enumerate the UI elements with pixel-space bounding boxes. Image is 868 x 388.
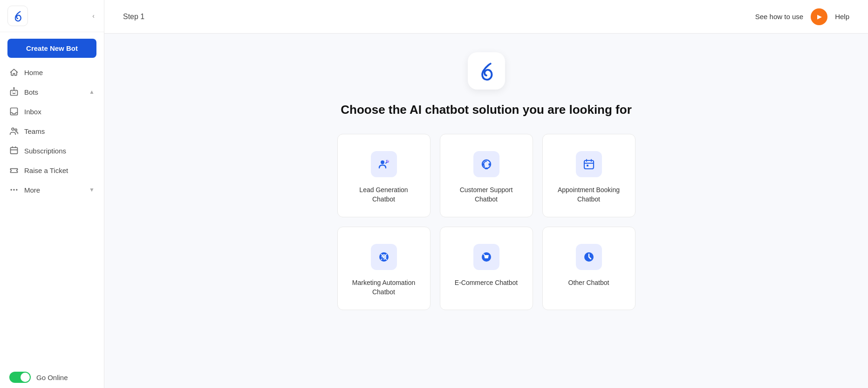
svg-point-4 [15,129,17,131]
svg-point-22 [588,254,589,255]
subscriptions-label: Subscriptions [24,147,95,155]
topbar-right: See how to use Help [755,8,849,25]
svg-rect-5 [11,147,18,153]
more-label: More [24,186,83,194]
sidebar-item-more[interactable]: More ▼ [0,180,104,200]
bots-label: Bots [24,88,83,96]
ecommerce-card[interactable]: E-Commerce Chatbot [440,227,533,310]
main-panel: Step 1 See how to use Help Choose the AI… [104,0,868,388]
help-text: Help [835,13,849,21]
raise-ticket-label: Raise a Ticket [24,166,95,174]
svg-point-20 [487,259,488,261]
inbox-icon [9,107,19,116]
teams-icon [9,126,19,136]
home-label: Home [24,69,95,76]
go-online-label: Go Online [36,374,68,381]
marketing-icon [377,250,390,263]
lead-gen-icon-box [371,151,397,177]
appointment-icon [582,158,595,171]
logo-icon [12,10,24,22]
bots-arrow-icon: ▲ [89,89,95,95]
logo [7,6,28,26]
see-how-text: See how to use [755,13,803,21]
brand-logo-icon [476,61,497,81]
svg-point-6 [11,189,12,190]
ecommerce-icon-box [473,244,499,270]
marketing-label: Marketing AutomationChatbot [352,278,415,297]
marketing-icon-box [371,244,397,270]
lead-gen-label: Lead GenerationChatbot [359,186,408,204]
brand-icon-box [468,52,505,90]
svg-point-8 [16,189,17,190]
go-online-toggle[interactable] [9,372,31,383]
svg-point-1 [14,88,14,89]
svg-rect-13 [488,163,490,166]
sidebar-item-home[interactable]: Home [0,62,104,82]
ecommerce-icon [480,250,493,263]
svg-rect-15 [587,165,588,166]
appointment-icon-box [576,151,602,177]
marketing-card[interactable]: Marketing AutomationChatbot [337,227,431,310]
svg-rect-12 [483,163,485,166]
svg-point-19 [485,259,486,261]
sidebar-item-teams[interactable]: Teams [0,121,104,141]
topbar: Step 1 See how to use Help [104,0,868,34]
lead-gen-card[interactable]: Lead GenerationChatbot [337,134,431,217]
other-icon [582,250,595,263]
collapse-button[interactable]: ‹ [90,10,96,21]
play-button[interactable] [811,8,827,25]
sidebar: ‹ Create New Bot Home Bots ▲ Inbox Teams… [0,0,104,388]
svg-point-7 [13,189,14,190]
more-icon [9,185,19,194]
content-area: Choose the AI chatbot solution you are l… [104,34,868,388]
appointment-card[interactable]: Appointment BookingChatbot [542,134,636,217]
more-arrow-icon: ▼ [89,187,95,193]
subscriptions-icon [9,146,19,155]
appointment-label: Appointment BookingChatbot [558,186,620,204]
customer-support-icon-box [473,151,499,177]
sidebar-item-subscriptions[interactable]: Subscriptions [0,141,104,160]
go-online-row: Go Online [0,367,104,388]
sidebar-item-bots[interactable]: Bots ▲ [0,82,104,102]
sidebar-item-raise-ticket[interactable]: Raise a Ticket [0,160,104,180]
other-card[interactable]: Other Chatbot [542,227,636,310]
ticket-icon [9,166,19,175]
lead-gen-icon [377,158,390,171]
customer-support-label: Customer SupportChatbot [460,186,513,204]
main-title: Choose the AI chatbot solution you are l… [341,103,632,117]
inbox-label: Inbox [24,108,95,116]
svg-rect-0 [11,90,18,96]
sidebar-item-inbox[interactable]: Inbox [0,102,104,121]
chatbot-cards-grid: Lead GenerationChatbot Customer SupportC… [337,134,636,310]
other-label: Other Chatbot [568,278,609,288]
ecommerce-label: E-Commerce Chatbot [455,278,518,288]
svg-point-3 [12,128,14,130]
other-icon-box [576,244,602,270]
customer-support-icon [480,158,493,171]
svg-point-17 [383,256,385,258]
customer-support-card[interactable]: Customer SupportChatbot [440,134,533,217]
create-new-bot-button[interactable]: Create New Bot [7,39,96,58]
svg-rect-14 [584,160,594,169]
sidebar-header: ‹ [0,0,104,32]
home-icon [9,68,19,77]
teams-label: Teams [24,127,95,135]
step-label: Step 1 [123,13,144,21]
bots-icon [9,87,19,97]
svg-point-9 [381,160,384,164]
